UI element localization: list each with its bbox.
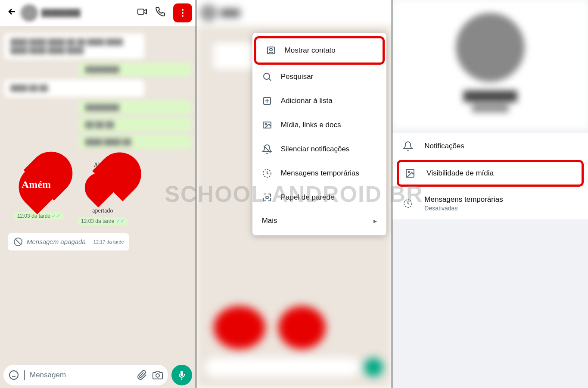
sticker-abraco[interactable]: Abraço apertado 12:03 da tarde ✓✓: [78, 162, 128, 225]
input-placeholder: Mensagem: [30, 371, 132, 379]
menu-panel: ████ Mostrar contato Pesquisar Adicionar…: [196, 0, 393, 388]
bell-icon: [403, 141, 413, 151]
svg-point-6: [9, 371, 18, 379]
attach-icon[interactable]: [137, 370, 147, 380]
prohibited-icon: [13, 237, 23, 247]
voice-call-icon[interactable]: [155, 6, 165, 19]
contact-avatar[interactable]: [21, 4, 38, 22]
menu-label: Mídia, links e docs: [281, 121, 341, 129]
emoji-icon[interactable]: [9, 370, 19, 380]
setting-label: Mensagens temporárias: [424, 195, 578, 204]
chat-messages: ████ ████ ████ ██ ██ ████ ████ ████ ████…: [0, 26, 196, 362]
search-icon: [262, 72, 272, 82]
options-dropdown: Mostrar contato Pesquisar Adicionar à li…: [252, 33, 387, 235]
message-time: 12:03 da tarde ✓✓: [78, 217, 128, 225]
svg-point-10: [264, 73, 270, 79]
chevron-right-icon: ▸: [373, 217, 377, 225]
svg-point-7: [156, 374, 159, 377]
setting-temp-messages[interactable]: Mensagens temporárias Desativadas: [392, 188, 588, 219]
contact-large-avatar[interactable]: [456, 13, 525, 82]
menu-search[interactable]: Pesquisar: [252, 65, 387, 89]
sticker-amem[interactable]: Amém 12:03 da tarde ✓✓: [9, 162, 69, 225]
menu-more[interactable]: Mais ▸: [252, 210, 387, 232]
wallpaper-icon: [262, 192, 272, 203]
chat-header: ████████: [0, 0, 196, 26]
contact-settings-list: Notificações Visibilidade de mídia Mensa…: [392, 133, 588, 219]
menu-label: Papel de parede: [281, 193, 335, 202]
svg-point-1: [182, 9, 184, 11]
svg-point-17: [266, 196, 268, 199]
menu-label: Mostrar contato: [285, 46, 336, 55]
menu-label: Pesquisar: [281, 72, 314, 81]
more-options-button[interactable]: [173, 3, 192, 22]
message-input[interactable]: Mensagem: [3, 365, 168, 385]
svg-point-3: [182, 15, 184, 17]
deleted-message: Mensagem apagada 12:17 da tarde: [8, 233, 129, 250]
stickers-row: Amém 12:03 da tarde ✓✓ Abraço apertado 1…: [4, 157, 191, 230]
menu-show-contact[interactable]: Mostrar contato: [254, 36, 385, 65]
menu-add-list[interactable]: Adicionar à lista: [252, 89, 387, 113]
deleted-time: 12:17 da tarde: [93, 239, 124, 244]
menu-temp-messages[interactable]: Mensagens temporárias: [252, 161, 387, 185]
setting-media-visibility[interactable]: Visibilidade de mídia: [397, 160, 584, 187]
menu-media[interactable]: Mídia, links e docs: [252, 113, 387, 137]
menu-mute[interactable]: Silenciar notificações: [252, 137, 387, 161]
menu-label: Mais: [262, 216, 277, 225]
menu-label: Mensagens temporárias: [281, 169, 359, 178]
contact-header-blurred: ████████ ████████: [392, 0, 588, 129]
chat-panel: ████████ ████ ████ ████ ██ ██ ████ ████ …: [0, 0, 196, 388]
menu-wallpaper[interactable]: Papel de parede: [252, 185, 387, 210]
menu-label: Adicionar à lista: [281, 97, 333, 105]
sticker-text-bottom: apertado: [78, 207, 128, 214]
svg-point-2: [182, 12, 184, 14]
video-call-icon[interactable]: [137, 6, 147, 19]
deleted-text: Mensagem apagada: [27, 238, 86, 245]
setting-sublabel: Desativadas: [424, 205, 578, 212]
svg-point-14: [265, 124, 266, 125]
image-icon: [405, 168, 415, 178]
svg-line-11: [269, 78, 271, 81]
media-icon: [262, 120, 272, 130]
camera-icon[interactable]: [152, 370, 163, 380]
contact-icon: [266, 45, 276, 56]
setting-label: Visibilidade de mídia: [426, 169, 576, 178]
timer-icon: [262, 168, 272, 178]
timer-icon: [403, 198, 413, 209]
setting-notifications[interactable]: Notificações: [392, 133, 588, 159]
contact-info-panel: ████████ ████████ Notificações Visibilid…: [392, 0, 588, 388]
message-time: 12:03 da tarde ✓✓: [14, 212, 64, 220]
menu-label: Silenciar notificações: [281, 145, 350, 153]
mute-icon: [262, 144, 272, 154]
back-arrow-icon[interactable]: [3, 3, 21, 23]
add-list-icon: [262, 96, 272, 106]
setting-label: Notificações: [424, 142, 578, 150]
svg-point-19: [408, 172, 410, 173]
svg-rect-0: [138, 9, 144, 14]
sticker-text: Amém: [22, 179, 51, 191]
contact-name-blurred[interactable]: ████████: [41, 9, 137, 17]
svg-line-5: [16, 239, 21, 244]
chat-input-bar: Mensagem: [0, 362, 196, 388]
svg-point-9: [270, 48, 272, 51]
mic-button[interactable]: [171, 365, 192, 385]
